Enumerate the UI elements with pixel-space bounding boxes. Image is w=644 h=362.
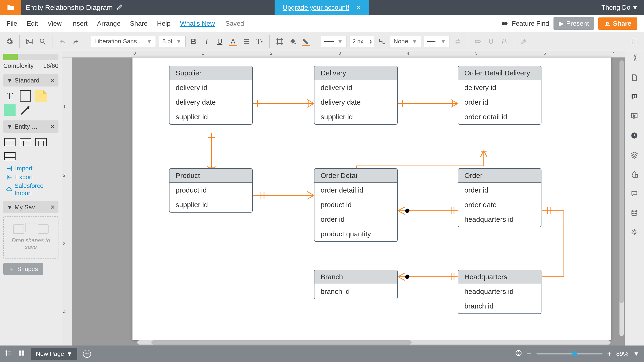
undo-icon[interactable]	[58, 36, 68, 47]
entity-order[interactable]: Order order id order date headquarters i…	[458, 168, 542, 227]
target-icon[interactable]	[515, 350, 522, 358]
present-icon[interactable]	[630, 112, 639, 121]
shape-entity-2[interactable]	[20, 136, 31, 148]
feature-find[interactable]: Feature Find	[501, 20, 549, 27]
arrow-select[interactable]: ▼	[424, 36, 450, 47]
ruler-tick: 3	[338, 51, 341, 56]
menu-share[interactable]: Share	[130, 20, 148, 27]
shape-hotspot[interactable]	[4, 104, 16, 116]
swap-icon[interactable]	[452, 36, 463, 47]
font-select[interactable]: Liberation Sans▼	[91, 36, 156, 47]
shape-entity-3[interactable]	[35, 136, 47, 148]
redo-icon[interactable]	[71, 36, 81, 47]
wrench-icon[interactable]	[519, 36, 530, 47]
entity-orderdetail[interactable]: Order Detail order detail id product id …	[314, 168, 398, 242]
folder-icon[interactable]	[0, 0, 21, 15]
entity-branch[interactable]: Branch branch id	[314, 270, 398, 299]
entity-product[interactable]: Product product id supplier id	[169, 168, 253, 212]
share-button[interactable]: Share	[598, 18, 638, 30]
zoom-out-icon[interactable]: −	[527, 349, 532, 359]
collapse-icon[interactable]: ⟨⟨	[633, 53, 636, 62]
menu-file[interactable]: File	[6, 20, 17, 27]
user-menu[interactable]: Thong Do▼	[601, 4, 638, 11]
complexity-value: 16/60	[43, 62, 58, 70]
horizontal-scrollbar[interactable]	[137, 340, 610, 344]
upgrade-banner[interactable]: Upgrade your account! ✕	[274, 0, 370, 15]
entity-odd[interactable]: Order Detail Delivery delivery id order …	[458, 66, 542, 125]
connector-icon[interactable]	[377, 36, 387, 47]
group-entity[interactable]: ▼ Entity … ✕	[3, 120, 58, 133]
chat-icon[interactable]	[630, 189, 639, 198]
lineend-select[interactable]: None▼	[390, 36, 421, 47]
list-icon[interactable]	[5, 349, 12, 358]
shapes-button[interactable]: ＋ Shapes	[3, 263, 43, 275]
shape-bounds-icon[interactable]	[274, 36, 285, 47]
menu-help[interactable]: Help	[157, 20, 171, 27]
linewidth-input[interactable]: 2 px▲▼	[350, 36, 374, 47]
sparkle-icon[interactable]	[630, 228, 639, 237]
vertical-scrollbar[interactable]	[620, 60, 624, 336]
layers-icon[interactable]	[630, 150, 639, 160]
document-title[interactable]: Entity Relationship Diagram	[26, 4, 113, 12]
shape-text[interactable]: T	[4, 90, 16, 102]
close-icon[interactable]: ✕	[50, 77, 55, 84]
link-icon[interactable]	[473, 36, 483, 47]
search-icon[interactable]	[38, 36, 48, 47]
bold-icon[interactable]: B	[188, 36, 199, 47]
rename-icon[interactable]	[116, 3, 124, 12]
grid-icon[interactable]	[18, 349, 26, 358]
menu-edit[interactable]: Edit	[27, 20, 38, 27]
lock-icon[interactable]	[499, 36, 510, 47]
linestyle-select[interactable]: ▼	[321, 36, 347, 47]
drop-icon[interactable]	[630, 170, 639, 179]
export-link[interactable]: Export	[6, 174, 58, 181]
gear-icon[interactable]	[4, 36, 14, 47]
canvas[interactable]: 0 1 2 3 4 5 6 7 1 2 3 4	[62, 51, 625, 346]
entity-hq[interactable]: Headquarters headquarters id branch id	[458, 270, 542, 314]
zoom-in-icon[interactable]: +	[607, 350, 612, 358]
textstyle-icon[interactable]: T▸	[254, 36, 265, 47]
close-icon[interactable]: ✕	[356, 4, 361, 12]
ruler-tick: 5	[475, 51, 478, 56]
shape-note[interactable]	[35, 90, 47, 102]
magnet-icon[interactable]	[486, 36, 496, 47]
import-link[interactable]: Import	[6, 165, 58, 172]
zoom-slider[interactable]	[536, 353, 602, 354]
dropzone[interactable]: Drop shapes to save	[3, 216, 58, 258]
comment-icon[interactable]: 99	[630, 92, 639, 102]
textcolor-icon[interactable]: A	[228, 36, 238, 47]
database-icon[interactable]	[630, 208, 639, 218]
align-icon[interactable]	[241, 36, 252, 47]
fontsize-select[interactable]: 8 pt▼	[159, 36, 185, 47]
shape-entity-1[interactable]	[4, 136, 16, 148]
page-icon[interactable]	[630, 73, 639, 82]
menu-whatsnew[interactable]: What's New	[180, 20, 215, 27]
paper[interactable]: Supplier delivery id delivery date suppl…	[132, 58, 611, 340]
group-standard[interactable]: ▼ Standard ✕	[3, 74, 58, 86]
feature-find-label: Feature Find	[512, 20, 549, 27]
entity-supplier[interactable]: Supplier delivery id delivery date suppl…	[169, 66, 253, 125]
entity-delivery[interactable]: Delivery delivery id delivery date suppl…	[314, 66, 398, 125]
image-icon[interactable]	[24, 36, 35, 47]
salesforce-import-link[interactable]: Salesforce Import	[6, 182, 58, 197]
underline-icon[interactable]: U	[215, 36, 225, 47]
shape-rect[interactable]	[20, 90, 31, 102]
fill-icon[interactable]	[288, 36, 298, 47]
present-button[interactable]: ▶ Present	[554, 17, 594, 30]
border-icon[interactable]	[301, 36, 311, 47]
italic-icon[interactable]: I	[202, 36, 212, 47]
shape-arrow[interactable]	[20, 104, 31, 116]
add-page-icon[interactable]: +	[83, 350, 91, 358]
shape-entity-4[interactable]	[4, 150, 16, 162]
page-tab[interactable]: New Page ▼	[31, 348, 77, 360]
close-icon[interactable]: ✕	[50, 204, 55, 211]
group-mysaved[interactable]: ▼ My Sav… ✕	[3, 201, 58, 213]
fullscreen-icon[interactable]	[630, 36, 640, 47]
clock-icon[interactable]	[630, 131, 639, 140]
menu-view[interactable]: View	[48, 20, 62, 27]
upgrade-link[interactable]: Upgrade your account!	[283, 4, 349, 11]
menu-arrange[interactable]: Arrange	[97, 20, 121, 27]
close-icon[interactable]: ✕	[50, 123, 55, 130]
menu-insert[interactable]: Insert	[71, 20, 88, 27]
zoom-value[interactable]: 89%	[616, 350, 628, 358]
